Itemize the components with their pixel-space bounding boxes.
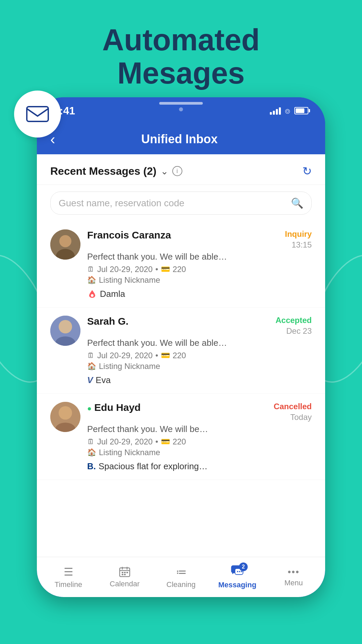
nav-item-messaging[interactable]: 2 Messaging [209, 565, 265, 589]
message-time-1: 13:15 [292, 240, 312, 250]
meta-dates-1: 🗓 Jul 20-29, 2020 • 💳 220 [87, 265, 312, 274]
listing-text-1: Listing Nickname [99, 275, 160, 285]
listing-meta-icon-2: 🏠 [87, 362, 96, 371]
message-item-3[interactable]: Edu Hayd Cancelled Today Perfect thank y… [37, 394, 325, 480]
nav-item-calendar[interactable]: Calendar [97, 566, 153, 588]
message-preview-3: Perfect thank you. We will be… [87, 424, 312, 434]
svg-point-9 [59, 406, 72, 420]
message-preview-2: Perfect thank you. We will be able… [87, 338, 312, 348]
svg-point-2 [59, 235, 71, 247]
phone-container: 9:41 ⌾ ‹ Unified Inbox [37, 97, 325, 597]
avatar [50, 229, 80, 260]
mail-icon [26, 104, 49, 124]
meta-listing-3: 🏠 Listing Nickname [87, 448, 312, 457]
svg-rect-16 [124, 572, 126, 573]
nav-item-timeline[interactable]: ☰ Timeline [40, 566, 97, 589]
calendar-meta-icon-2: 🗓 [87, 351, 95, 360]
search-icon[interactable]: 🔍 [291, 197, 303, 209]
dot-sep-3: • [155, 437, 158, 446]
message-list: Francois Caranza Inquiry 13:15 Perfect t… [37, 221, 325, 480]
page-title: Automated Mesages [0, 23, 362, 90]
search-bar[interactable]: Guest name, reservation code 🔍 [50, 192, 312, 215]
message-top-row-2: Sarah G. Accepted Dec 23 [87, 316, 312, 336]
cleaning-label: Cleaning [167, 580, 196, 589]
status-badge-2: Accepted [276, 316, 312, 325]
messaging-badge-wrapper: 2 [231, 565, 244, 579]
chevron-down-icon[interactable]: ⌄ [161, 166, 168, 177]
message-meta-1: 🗓 Jul 20-29, 2020 • 💳 220 🏠 Listing Nick… [87, 265, 312, 299]
message-item[interactable]: Francois Caranza Inquiry 13:15 Perfect t… [37, 221, 325, 308]
svg-rect-15 [122, 572, 123, 573]
listing-meta-icon-3: 🏠 [87, 448, 96, 457]
dot-sep-2: • [155, 351, 158, 360]
message-preview-1: Perfect thank you. We will be able… [87, 252, 312, 262]
svg-point-4 [91, 294, 94, 297]
meta-listing-1: 🏠 Listing Nickname [87, 275, 312, 285]
avatar-image-2 [50, 316, 80, 346]
message-top-row-3: Edu Hayd Cancelled Today [87, 402, 312, 422]
timeline-label: Timeline [55, 580, 82, 589]
svg-rect-19 [124, 574, 126, 575]
guests-meta-icon-2: 💳 [161, 351, 170, 360]
refresh-icon[interactable]: ↻ [302, 164, 312, 178]
signal-bar-2 [273, 111, 275, 115]
battery-fill [296, 108, 304, 113]
messages-title-row: Recent Messages (2) ⌄ i [50, 165, 182, 177]
info-icon[interactable]: i [172, 166, 182, 176]
page-header: Automated Mesages [0, 0, 362, 107]
svg-point-6 [59, 320, 72, 333]
svg-point-23 [239, 571, 240, 572]
calendar-meta-icon-3: 🗓 [87, 437, 95, 446]
message-body-1: Francois Caranza Inquiry 13:15 Perfect t… [87, 229, 312, 299]
top-right-col-3: Cancelled Today [274, 402, 312, 422]
bottom-nav: ☰ Timeline Calendar ≔ [37, 557, 325, 597]
signal-bar-4 [279, 107, 281, 115]
listing-meta-icon-1: 🏠 [87, 276, 96, 284]
avatar-image-3 [50, 402, 80, 432]
platform-name-1: Damla [100, 289, 125, 299]
svg-point-22 [237, 571, 238, 572]
sender-name-2: Sarah G. [87, 316, 128, 327]
dates-text-3: Jul 20-29, 2020 [97, 437, 153, 446]
menu-icon: ••• [288, 567, 299, 577]
svg-rect-18 [122, 574, 123, 575]
listing-text-3: Listing Nickname [99, 448, 160, 457]
meta-dates-2: 🗓 Jul 20-29, 2020 • 💳 220 [87, 351, 312, 360]
avatar-3 [50, 402, 80, 432]
sender-name-1: Francois Caranza [87, 229, 171, 241]
phone-frame: 9:41 ⌾ ‹ Unified Inbox [37, 97, 325, 597]
message-meta-3: 🗓 Jul 20-29, 2020 • 💳 220 🏠 Listing Nick… [87, 437, 312, 472]
nav-item-menu[interactable]: ••• Menu [265, 567, 322, 587]
airbnb-logo-1 [87, 289, 97, 299]
top-nav-bar: ‹ Unified Inbox [37, 124, 325, 154]
message-time-2: Dec 23 [286, 326, 312, 336]
timeline-icon: ☰ [64, 566, 73, 578]
status-badge-1: Inquiry [285, 229, 312, 239]
sender-name-3: Edu Hayd [87, 402, 141, 413]
message-body-3: Edu Hayd Cancelled Today Perfect thank y… [87, 402, 312, 472]
nav-item-cleaning[interactable]: ≔ Cleaning [153, 566, 209, 589]
messages-count-title: Recent Messages (2) [50, 165, 157, 177]
meta-listing-2: 🏠 Listing Nickname [87, 362, 312, 371]
meta-dates-3: 🗓 Jul 20-29, 2020 • 💳 220 [87, 437, 312, 446]
messaging-label: Messaging [218, 581, 256, 589]
platform-name-3: Spacious flat for exploring… [99, 461, 207, 472]
messages-header: Recent Messages (2) ⌄ i ↻ [37, 154, 325, 185]
avatar-2 [50, 316, 80, 346]
signal-bar-3 [276, 109, 278, 115]
platform-row-1: Damla [87, 289, 312, 299]
svg-rect-17 [126, 572, 128, 573]
avatar-image-1 [50, 229, 80, 260]
signal-bars-icon [270, 107, 281, 115]
guests-text-1: 220 [173, 265, 186, 274]
status-icons: ⌾ [270, 106, 308, 116]
message-item-2[interactable]: Sarah G. Accepted Dec 23 Perfect thank y… [37, 308, 325, 394]
signal-bar-1 [270, 112, 272, 115]
top-right-col-2: Accepted Dec 23 [276, 316, 312, 336]
listing-text-2: Listing Nickname [99, 362, 160, 371]
guests-meta-icon-1: 💳 [161, 265, 170, 274]
back-button[interactable]: ‹ [50, 131, 55, 148]
content-area: Recent Messages (2) ⌄ i ↻ Guest name, re… [37, 154, 325, 557]
nav-title: Unified Inbox [62, 132, 297, 146]
wifi-icon: ⌾ [285, 106, 290, 116]
